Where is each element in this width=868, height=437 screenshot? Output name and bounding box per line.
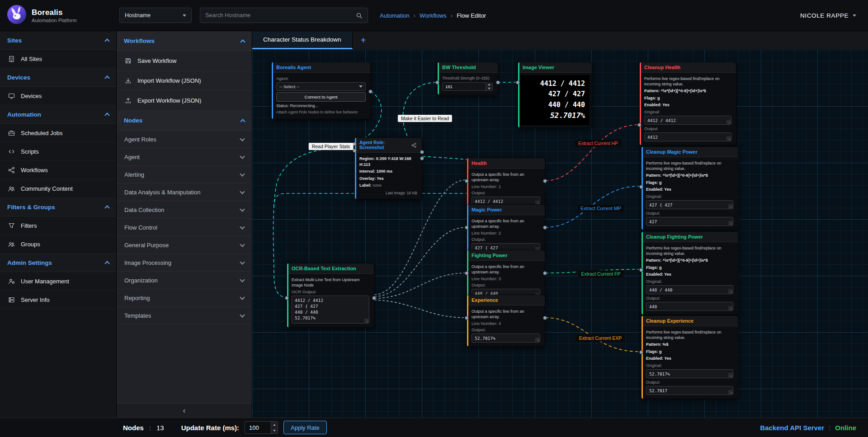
viewer-line: 4412 / 4412 <box>525 79 585 89</box>
original-textarea[interactable]: 4412 / 4412 <box>644 116 731 125</box>
viewer-line: 440 / 440 <box>525 100 585 110</box>
port-out[interactable] <box>368 89 373 94</box>
ocr-output-textarea[interactable]: 4412 / 4412 427 { 427 440 / 440 52.7017% <box>292 296 369 324</box>
port-in[interactable] <box>637 123 642 127</box>
sidebar-item-filters[interactable]: Filters <box>0 216 116 235</box>
output-textarea[interactable]: 52.7017 <box>646 386 733 395</box>
workflows-section-header[interactable]: Workflows <box>117 31 252 51</box>
node-category-reporting[interactable]: Reporting <box>117 289 252 307</box>
port-in[interactable] <box>353 149 357 153</box>
node-image-viewer[interactable]: Image Viewer 4412 / 4412 427 / 427 440 /… <box>518 62 592 128</box>
apply-rate-button[interactable]: Apply Rate <box>283 421 327 434</box>
sidebar-item-devices[interactable]: Devices <box>0 87 116 105</box>
original-textarea[interactable]: 52.7017% <box>646 369 733 378</box>
node-borealis-agent[interactable]: Borealis Agent Agent: -- Select -- Conne… <box>271 62 371 119</box>
port-out[interactable] <box>543 226 547 230</box>
node-category-general-purpose[interactable]: General Purpose <box>117 236 252 254</box>
node-agent-role-screenshot[interactable]: Agent Role: Screenshot Region: X:200 Y:4… <box>354 137 422 199</box>
export-workflow-button[interactable]: Export Workflow (JSON) <box>117 91 252 111</box>
sidebar-section-automation[interactable]: Automation <box>0 105 116 124</box>
port-in[interactable] <box>516 80 520 85</box>
tab-character-status-breakdown[interactable]: Character Status Breakdown <box>252 31 353 49</box>
node-cleanup-magic-power[interactable]: Cleanup Magic Power Performs live regex-… <box>641 146 738 230</box>
hostname-dropdown[interactable]: Hostname <box>119 8 192 23</box>
node-title: Cleanup Fighting Power <box>646 234 703 240</box>
node-cleanup-fighting-power[interactable]: Cleanup Fighting Power Performs live reg… <box>641 231 738 315</box>
flow-canvas[interactable]: Borealis Agent Agent: -- Select -- Conne… <box>252 50 868 418</box>
port-out[interactable] <box>420 156 424 160</box>
port-out[interactable] <box>372 296 376 300</box>
port-out[interactable] <box>420 150 424 154</box>
sidebar-item-groups[interactable]: Groups <box>0 235 116 254</box>
app-root: Borealis Automation Platform Hostname Au… <box>0 0 868 437</box>
port-in[interactable] <box>639 268 643 272</box>
search-hostname-input[interactable] <box>205 12 352 19</box>
port-in[interactable] <box>435 80 439 85</box>
number-spinner[interactable] <box>486 82 492 90</box>
port-in[interactable] <box>465 179 469 183</box>
port-out[interactable] <box>543 179 547 183</box>
port-in[interactable] <box>465 316 469 320</box>
port-out[interactable] <box>496 80 500 85</box>
node-category-data-collection[interactable]: Data Collection <box>117 201 252 219</box>
breadcrumb-automation[interactable]: Automation <box>380 12 410 19</box>
node-health[interactable]: Health Output a specific line from an up… <box>467 158 545 210</box>
regex-pattern: Pattern: %$ <box>646 342 733 348</box>
port-in[interactable] <box>285 296 289 300</box>
nodes-section-header[interactable]: Nodes <box>117 111 252 131</box>
sidebar-section-admin-settings[interactable]: Admin Settings <box>0 254 116 272</box>
node-category-agent-roles[interactable]: Agent Roles <box>117 131 252 148</box>
agent-select[interactable]: -- Select -- <box>276 82 366 91</box>
node-category-flow-control[interactable]: Flow Control <box>117 219 252 236</box>
collapse-panel-button[interactable]: ‹ <box>117 403 252 418</box>
port-in[interactable] <box>465 271 469 275</box>
output-textarea[interactable]: 440 <box>646 302 733 311</box>
breadcrumb-workflows[interactable]: Workflows <box>420 12 447 19</box>
port-in[interactable] <box>639 185 643 189</box>
number-spinner[interactable] <box>271 422 278 433</box>
node-bw-threshold[interactable]: BW Threshold Threshold Strength (0–255): <box>437 62 498 95</box>
sidebar-item-workflows[interactable]: Workflows <box>0 161 116 179</box>
original-textarea[interactable]: 440 / 440 <box>646 285 733 294</box>
sidebar-item-scheduled-jobs[interactable]: Scheduled Jobs <box>0 124 116 142</box>
node-category-agent[interactable]: Agent <box>117 148 252 166</box>
node-experience[interactable]: Experience Output a specific line from a… <box>467 295 545 347</box>
search-icon[interactable] <box>355 12 363 19</box>
sidebar-section-filters-groups[interactable]: Filters & Groups <box>0 198 116 216</box>
port-in[interactable] <box>465 226 469 230</box>
search-box[interactable] <box>200 8 368 23</box>
user-menu[interactable]: NICOLE RAPPE <box>800 12 856 19</box>
node-cleanup-health[interactable]: Cleanup Health Performs live regex-based… <box>639 62 736 146</box>
sidebar-item-community-content[interactable]: Community Content <box>0 179 116 198</box>
node-category-image-processing[interactable]: Image Processing <box>117 254 252 272</box>
port-in[interactable] <box>353 142 357 146</box>
node-magic-power[interactable]: Magic Power Output a specific line from … <box>467 204 545 256</box>
share-icon[interactable] <box>410 143 417 148</box>
node-cleanup-experience[interactable]: Cleanup Experience Performs live regex-b… <box>641 315 738 399</box>
sidebar-item-server-info[interactable]: Server Info <box>0 291 116 309</box>
save-workflow-button[interactable]: Save Workflow <box>117 51 252 71</box>
output-textarea[interactable]: 4412 <box>644 132 731 141</box>
add-tab-button[interactable]: + <box>353 31 374 49</box>
node-category-alerting[interactable]: Alerting <box>117 166 252 183</box>
sidebar-item-all-sites[interactable]: All Sites <box>0 50 116 68</box>
output-textarea[interactable]: 52.7017% <box>472 334 540 343</box>
node-fighting-power[interactable]: Fighting Power Output a specific line fr… <box>467 250 545 302</box>
port-in[interactable] <box>639 350 643 354</box>
connect-to-agent-button[interactable]: Connect to Agent <box>276 92 366 102</box>
sidebar-item-user-management[interactable]: User Management <box>0 272 116 291</box>
original-textarea[interactable]: 427 { 427 <box>646 200 733 209</box>
node-ocr-text-extraction[interactable]: OCR-Based Text Extraction Extract Multi-… <box>287 263 374 328</box>
sidebar-section-devices[interactable]: Devices <box>0 68 116 87</box>
sidebar-section-sites[interactable]: Sites <box>0 31 116 50</box>
node-category-templates[interactable]: Templates <box>117 307 252 324</box>
node-title: Cleanup Health <box>644 65 680 70</box>
output-textarea[interactable]: 427 <box>646 217 733 226</box>
hostname-dropdown-value: Hostname <box>125 12 151 19</box>
import-workflow-button[interactable]: Import Workflow (JSON) <box>117 71 252 91</box>
node-category-organization[interactable]: Organization <box>117 272 252 289</box>
node-category-data-analysis[interactable]: Data Analysis & Manipulation <box>117 183 252 201</box>
port-out[interactable] <box>543 271 547 275</box>
sidebar-item-scripts[interactable]: Scripts <box>0 142 116 161</box>
port-out[interactable] <box>543 316 547 320</box>
